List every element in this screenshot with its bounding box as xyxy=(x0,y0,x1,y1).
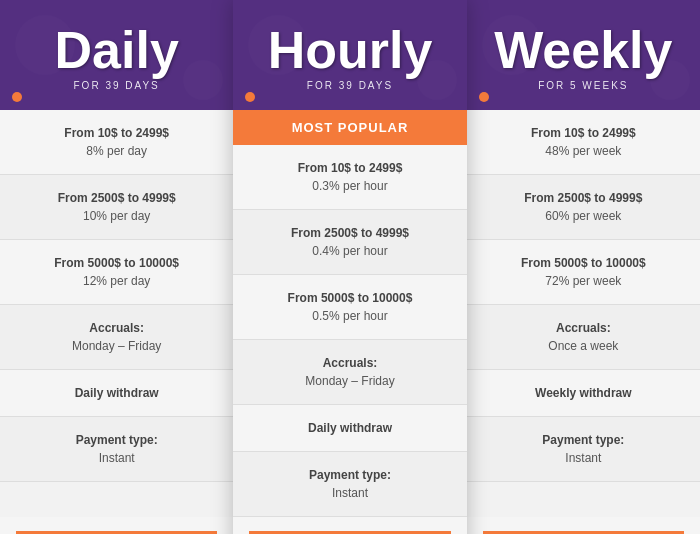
plan-header-daily: DailyFOR 39 DAYS xyxy=(0,0,233,110)
plans-container: DailyFOR 39 DAYSFrom 10$ to 2499$8% per … xyxy=(0,0,700,534)
plan-footer-daily: INVEST NOW⊕ xyxy=(0,517,233,534)
feature-item: Daily withdraw xyxy=(0,370,233,417)
plan-card-weekly: WeeklyFOR 5 WEEKSFrom 10$ to 2499$48% pe… xyxy=(467,0,700,534)
plan-header-weekly: WeeklyFOR 5 WEEKS xyxy=(467,0,700,110)
feature-item: From 2500$ to 4999$60% per week xyxy=(467,175,700,240)
plan-footer-weekly: INVEST NOW!⊕ xyxy=(467,517,700,534)
plan-subtitle-weekly: FOR 5 WEEKS xyxy=(538,80,628,91)
feature-item: Accruals:Monday – Friday xyxy=(0,305,233,370)
feature-item: From 10$ to 2499$8% per day xyxy=(0,110,233,175)
feature-item: From 5000$ to 10000$12% per day xyxy=(0,240,233,305)
feature-item: Accruals:Monday – Friday xyxy=(233,340,466,405)
feature-item: Payment type:Instant xyxy=(233,452,466,517)
feature-item: Payment type:Instant xyxy=(0,417,233,482)
feature-item: From 2500$ to 4999$0.4% per hour xyxy=(233,210,466,275)
feature-item: Accruals:Once a week xyxy=(467,305,700,370)
plan-subtitle-daily: FOR 39 DAYS xyxy=(74,80,160,91)
feature-item: Payment type:Instant xyxy=(467,417,700,482)
plan-title-weekly: Weekly xyxy=(494,24,672,76)
feature-item: From 5000$ to 10000$72% per week xyxy=(467,240,700,305)
plan-header-hourly: HourlyFOR 39 DAYS xyxy=(233,0,466,110)
feature-item: From 10$ to 2499$0.3% per hour xyxy=(233,145,466,210)
plan-features-weekly: From 10$ to 2499$48% per weekFrom 2500$ … xyxy=(467,110,700,517)
plan-title-hourly: Hourly xyxy=(268,24,433,76)
plan-card-daily: DailyFOR 39 DAYSFrom 10$ to 2499$8% per … xyxy=(0,0,233,534)
feature-item: From 2500$ to 4999$10% per day xyxy=(0,175,233,240)
feature-item: Weekly withdraw xyxy=(467,370,700,417)
most-popular-badge: MOST POPULAR xyxy=(233,110,466,145)
plan-features-daily: From 10$ to 2499$8% per dayFrom 2500$ to… xyxy=(0,110,233,517)
feature-item: From 5000$ to 10000$0.5% per hour xyxy=(233,275,466,340)
plan-title-daily: Daily xyxy=(55,24,179,76)
plan-footer-hourly: INVEST NOW!⊕ xyxy=(233,517,466,534)
plan-card-hourly: HourlyFOR 39 DAYSMOST POPULARFrom 10$ to… xyxy=(233,0,466,534)
plan-features-hourly: From 10$ to 2499$0.3% per hourFrom 2500$… xyxy=(233,145,466,517)
feature-item: Daily withdraw xyxy=(233,405,466,452)
feature-item: From 10$ to 2499$48% per week xyxy=(467,110,700,175)
plan-subtitle-hourly: FOR 39 DAYS xyxy=(307,80,393,91)
